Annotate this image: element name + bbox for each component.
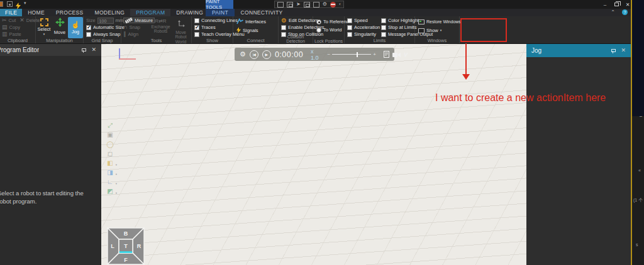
slider-minus[interactable]: − <box>328 51 331 57</box>
tab-home[interactable]: HOME <box>22 9 50 16</box>
record-frame-icon[interactable] <box>304 2 310 8</box>
speed-slider[interactable]: − + <box>328 51 376 57</box>
close-panel-icon[interactable]: ✕ <box>621 48 626 53</box>
select-marquee-icon <box>40 18 48 26</box>
acceleration-checkbox[interactable]: Acceleration <box>347 24 380 30</box>
signals-button[interactable]: Signals <box>236 28 266 33</box>
program-editor-panel: Program Editor ✕ Select a robot to start… <box>0 44 101 265</box>
checkbox-icon <box>381 18 386 23</box>
checkbox-icon <box>194 18 199 23</box>
simulation-settings-gear-icon[interactable]: ⚙ <box>240 51 246 58</box>
show-windows-icon <box>418 28 425 33</box>
close-panel-icon[interactable]: ✕ <box>91 47 96 53</box>
group-manipulation: Select ▾ Move ☝ Jog Manipulation <box>36 16 84 43</box>
group-windows: Restore Windows Show▾ Windows <box>415 16 460 43</box>
restore-icon <box>614 3 619 6</box>
minimize-button[interactable]: – <box>601 2 609 8</box>
settings-gears-icon[interactable]: ⚙ <box>323 2 327 7</box>
tab-paint[interactable]: PAINT <box>206 9 235 16</box>
pin-icon[interactable] <box>82 48 86 53</box>
exchange-robots-icon: R⇄R <box>155 18 166 24</box>
align-button[interactable]: ∥Align <box>123 31 155 37</box>
singularity-checkbox[interactable]: Singularity <box>347 31 380 37</box>
tab-modeling[interactable]: MODELING <box>89 9 131 16</box>
save-icon[interactable] <box>7 1 13 7</box>
group-limits: Speed Acceleration Singularity Color Hig… <box>345 16 415 43</box>
shading-mode-icon[interactable]: ◧ <box>106 159 114 167</box>
interfaces-button[interactable]: Interfaces <box>236 19 266 24</box>
slider-handle[interactable] <box>357 52 358 57</box>
move-button[interactable]: Move <box>52 17 67 35</box>
jog-panel-header: Jog ✕ <box>526 44 631 57</box>
texture-mode-icon[interactable]: ◩ <box>106 187 114 195</box>
collapse-ribbon-icon[interactable]: ⌃ <box>611 9 615 15</box>
move-frame-icon[interactable] <box>313 2 319 8</box>
automatic-size-checkbox[interactable]: Automatic Size <box>86 24 125 30</box>
help-badge-icon[interactable]: ? <box>622 9 628 15</box>
checkbox-icon <box>86 32 91 37</box>
checkbox-icon <box>194 32 199 37</box>
checkbox-icon <box>381 32 386 37</box>
move-arrows-icon <box>55 18 65 30</box>
group-show: Connecting Lines Traces Teach Overlay Me… <box>192 16 233 43</box>
monitor-icon[interactable] <box>287 2 293 8</box>
coordinate-frame-icon[interactable]: ∟ <box>106 178 114 186</box>
ribbon: ✂Cut ✕Delete ▤Copy ▥Paste Clipboard Sele… <box>0 16 644 44</box>
simulation-time: 0:00:00 <box>275 50 303 59</box>
copy-icon: ▤ <box>2 24 8 30</box>
app-logo-icon <box>0 1 3 7</box>
always-snap-checkbox[interactable]: Always Snap <box>86 31 125 37</box>
select-cursor-icon[interactable]: ➤ <box>296 2 301 7</box>
orbit-view-icon[interactable]: ◯ <box>106 140 114 148</box>
wireframe-cube-icon[interactable]: ◻ <box>106 149 114 158</box>
viewport-3d[interactable]: ⚙ |◀ ▶ 0:00:00 x 1.0 − + V ⤢ ▣ <box>101 44 526 265</box>
tab-program[interactable]: PROGRAM <box>130 9 170 16</box>
ruler-icon <box>125 17 133 23</box>
jog-button[interactable]: ☝ Jog <box>68 17 83 38</box>
measure-button[interactable]: Measure <box>123 18 155 23</box>
radio-icon <box>316 19 321 24</box>
world-z-axis <box>119 48 120 59</box>
slider-plus[interactable]: + <box>373 51 376 57</box>
exchange-robots-button[interactable]: R⇄R Exchange Robots <box>151 17 170 34</box>
window-controls: – ✕ <box>601 0 631 9</box>
tab-connectivity[interactable]: CONNECTIVITY <box>235 9 289 16</box>
copy-button[interactable]: ▤Copy <box>2 24 40 30</box>
jog-hand-icon: ☝ <box>71 21 80 28</box>
select-button[interactable]: Select ▾ <box>36 17 52 36</box>
navigation-cube[interactable]: B L T R F <box>107 227 145 265</box>
selection-frame-icon[interactable]: ▣ <box>106 131 114 139</box>
slider-track[interactable] <box>332 54 371 55</box>
stop-disabled-icon[interactable] <box>330 2 336 8</box>
tab-file[interactable]: FILE <box>0 9 22 16</box>
panel-title: Program Editor <box>0 46 39 53</box>
panel-title: Jog <box>531 47 541 54</box>
quick-access-caret-icon[interactable]: ▾ <box>24 1 26 6</box>
snap-button[interactable]: ∩Snap <box>123 24 155 30</box>
delete-x-icon: ✕ <box>19 18 25 23</box>
paste-icon: ▥ <box>2 31 8 37</box>
speed-checkbox[interactable]: Speed <box>347 18 380 23</box>
radio-icon <box>316 28 321 33</box>
export-document-icon[interactable] <box>384 49 389 60</box>
paste-button[interactable]: ▥Paste <box>2 31 40 37</box>
grid-size-input[interactable]: 100 <box>97 18 114 24</box>
export-view-icon[interactable] <box>277 2 284 8</box>
play-simulation-button[interactable]: ▶ <box>262 50 271 59</box>
show-windows-dropdown[interactable]: Show▾ <box>418 28 461 33</box>
record-video-icon[interactable] <box>392 49 401 60</box>
cut-button[interactable]: ✂Cut <box>2 18 16 23</box>
render-mode-icon[interactable]: ◨ <box>106 168 114 176</box>
pin-icon[interactable] <box>611 48 616 53</box>
checkbox-icon <box>381 25 386 30</box>
background-window-area <box>632 0 644 116</box>
app-window: ▾ ➤ ⚙ ‹ PAINT TOOLS – ✕ FILE HOME PROCES… <box>0 0 644 265</box>
tab-drawing[interactable]: DRAWING <box>170 9 209 16</box>
world-frame-axis-icon <box>177 18 185 30</box>
restore-button[interactable] <box>613 2 620 8</box>
reset-simulation-button[interactable]: |◀ <box>250 50 258 59</box>
more-chevron-icon[interactable]: ‹ <box>339 2 341 7</box>
restore-windows-button[interactable]: Restore Windows <box>418 19 461 24</box>
tab-process[interactable]: PROCESS <box>50 9 89 16</box>
fit-view-icon[interactable]: ⤢ <box>106 121 114 129</box>
